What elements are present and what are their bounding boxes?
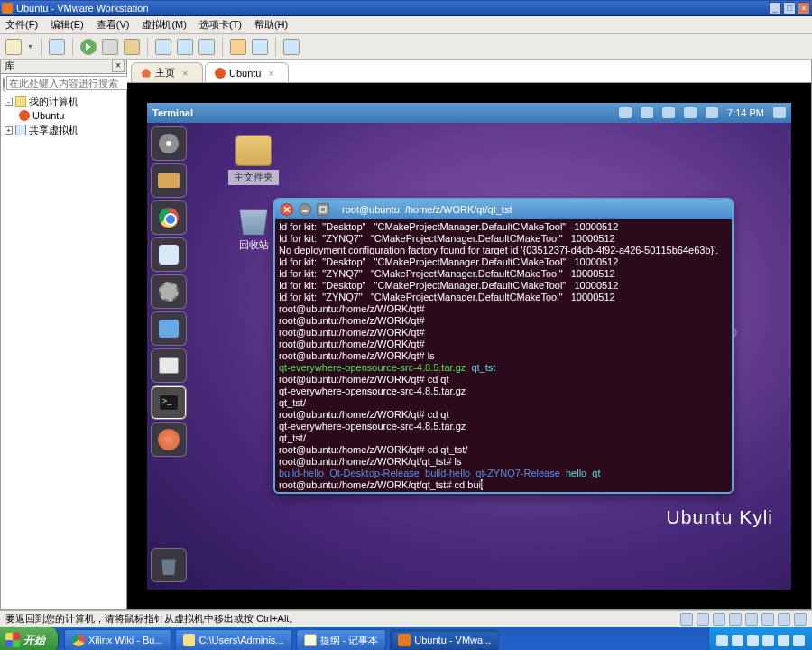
tb-snapshot2-icon[interactable] xyxy=(177,39,193,55)
tb-play-icon[interactable] xyxy=(80,39,97,55)
menu-edit[interactable]: 编辑(E) xyxy=(51,18,84,32)
status-cd-icon[interactable] xyxy=(697,613,709,626)
sound-icon[interactable] xyxy=(706,107,718,118)
launcher-terminal[interactable] xyxy=(151,385,187,420)
ubuntu-desktop[interactable]: Terminal 7:14 PM xyxy=(147,103,791,590)
tb-reset-icon[interactable] xyxy=(124,39,140,55)
task-button[interactable]: Ubuntu - VMwa... xyxy=(390,629,499,650)
chrome-icon xyxy=(159,208,179,228)
vmware-toolbar: ▼ xyxy=(0,34,812,60)
keyboard-icon[interactable] xyxy=(662,107,675,118)
svg-rect-0 xyxy=(320,207,326,212)
dash-icon xyxy=(159,134,179,153)
task-icon xyxy=(183,634,196,646)
mail-icon[interactable] xyxy=(619,107,632,118)
tb-snapshot-manager-icon[interactable] xyxy=(198,39,215,55)
menu-help[interactable]: 帮助(H) xyxy=(254,18,288,32)
launcher-settings[interactable] xyxy=(151,274,187,309)
library-pane: 库 × -我的计算机 Ubuntu +共享虚拟机 xyxy=(1,60,127,609)
launcher-text[interactable] xyxy=(151,348,187,383)
launcher-trash[interactable] xyxy=(151,548,187,582)
status-usb-icon[interactable] xyxy=(729,613,742,626)
topbar-app-title: Terminal xyxy=(152,107,193,118)
terminal-minimize-button[interactable] xyxy=(299,203,311,216)
terminal-close-button[interactable] xyxy=(281,203,293,216)
trash-icon xyxy=(159,555,179,575)
launcher-appearance[interactable] xyxy=(151,311,187,346)
library-tree[interactable]: -我的计算机 Ubuntu +共享虚拟机 xyxy=(1,92,126,139)
launcher-mail[interactable] xyxy=(151,237,187,272)
status-net-icon[interactable] xyxy=(713,613,725,626)
tb-snapshot-icon[interactable] xyxy=(155,39,171,55)
tab-home-label: 主页 xyxy=(155,66,175,79)
network-icon[interactable] xyxy=(641,107,653,118)
tray-icon[interactable] xyxy=(762,635,774,646)
ubuntu-topbar: Terminal 7:14 PM xyxy=(147,103,791,123)
tray-icon[interactable] xyxy=(716,635,728,646)
tab-ubuntu-close[interactable]: × xyxy=(268,68,279,79)
tb-library-icon[interactable] xyxy=(5,39,22,55)
desktop-home-folder[interactable]: 主文件夹 xyxy=(228,135,279,185)
tab-home[interactable]: 主页 × xyxy=(131,62,203,82)
gear-icon[interactable] xyxy=(773,107,786,118)
tray-icon[interactable] xyxy=(778,635,789,646)
folder-icon xyxy=(158,173,180,188)
terminal-maximize-button[interactable] xyxy=(317,203,329,216)
tb-unity-icon[interactable] xyxy=(252,39,268,55)
tb-power-icon[interactable] xyxy=(49,39,65,55)
task-icon xyxy=(398,634,411,646)
menu-file[interactable]: 文件(F) xyxy=(5,18,38,32)
status-hdd-icon[interactable] xyxy=(680,613,693,626)
status-display-icon[interactable] xyxy=(778,613,790,626)
menu-tabs[interactable]: 选项卡(T) xyxy=(199,18,242,32)
library-header: 库 × xyxy=(1,60,126,74)
updater-icon xyxy=(158,429,180,450)
vmware-icon xyxy=(2,3,13,14)
tb-thumbnails-icon[interactable] xyxy=(283,39,300,55)
launcher-dash[interactable] xyxy=(151,126,187,161)
vmware-statusbar: 要返回到您的计算机，请将鼠标指针从虚拟机中移出或按 Ctrl+Alt。 xyxy=(0,610,812,627)
terminal-titlebar[interactable]: root@ubuntu: /home/z/WORK/qt/qt_tst xyxy=(275,200,732,219)
tb-pause-icon[interactable] xyxy=(102,39,118,55)
xp-minimize-button[interactable]: _ xyxy=(769,2,781,14)
launcher-files[interactable] xyxy=(151,163,187,198)
launcher-updater[interactable] xyxy=(151,422,187,457)
library-close-button[interactable]: × xyxy=(112,60,125,72)
xp-close-button[interactable]: × xyxy=(798,2,810,14)
xp-window-title: Ubuntu - VMware Workstation xyxy=(16,3,149,14)
tab-home-close[interactable]: × xyxy=(182,68,193,79)
terminal-window[interactable]: root@ubuntu: /home/z/WORK/qt/qt_tst Id f… xyxy=(273,198,734,494)
task-icon xyxy=(72,634,85,646)
tray-icon[interactable] xyxy=(732,635,743,646)
status-printer-icon[interactable] xyxy=(761,613,774,626)
windows-flag-icon xyxy=(5,633,20,647)
launcher xyxy=(151,126,189,457)
search-icon xyxy=(3,77,5,89)
status-sound-icon[interactable] xyxy=(745,613,758,626)
task-button[interactable]: C:\Users\Adminis... xyxy=(175,629,292,650)
menu-view[interactable]: 查看(V) xyxy=(97,18,130,32)
computer-icon xyxy=(15,96,26,107)
start-button[interactable]: 开始 xyxy=(0,627,59,650)
clock[interactable]: 7:14 PM xyxy=(727,107,764,118)
task-button[interactable]: Xilinx Wiki - Bu... xyxy=(64,629,171,650)
tb-fullscreen-icon[interactable] xyxy=(230,39,246,55)
tray-icon[interactable] xyxy=(793,635,805,646)
task-icon xyxy=(304,634,317,646)
bluetooth-icon[interactable] xyxy=(684,107,697,118)
terminal-body[interactable]: Id for kit: "Desktop" "CMakeProjectManag… xyxy=(275,219,732,492)
launcher-chrome[interactable] xyxy=(151,200,187,235)
menu-vm[interactable]: 虚拟机(M) xyxy=(142,18,187,32)
task-button[interactable]: 提纲 - 记事本 xyxy=(296,629,387,650)
tray-icon[interactable] xyxy=(747,635,759,646)
shared-icon xyxy=(15,125,26,135)
kylin-brand: Ubuntu Kyli xyxy=(667,506,773,528)
status-msg-icon[interactable] xyxy=(794,613,807,626)
status-text: 要返回到您的计算机，请将鼠标指针从虚拟机中移出或按 Ctrl+Alt。 xyxy=(5,612,299,626)
desktop-trash[interactable]: 回收站 xyxy=(228,204,279,252)
library-search-input[interactable] xyxy=(6,76,136,90)
xp-maximize-button[interactable]: □ xyxy=(783,2,796,14)
xp-system-tray[interactable] xyxy=(708,627,812,650)
desk-trash-icon xyxy=(236,204,271,235)
tab-ubuntu[interactable]: Ubuntu × xyxy=(205,62,289,82)
